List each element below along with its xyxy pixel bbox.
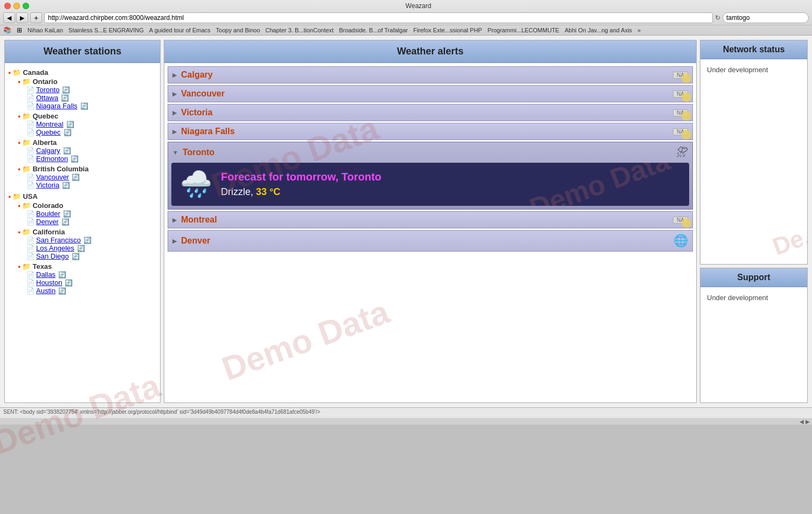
minimize-button[interactable] bbox=[13, 3, 20, 9]
alert-row-niagara[interactable]: ▶ Niagara Falls NA bbox=[168, 123, 693, 140]
niagara-refresh-icon[interactable]: 🔄 bbox=[80, 102, 88, 110]
bookmark-toopy[interactable]: Toopy and Binoo bbox=[216, 27, 260, 33]
dallas-node[interactable]: 📄 Dallas 🔄 bbox=[26, 270, 157, 279]
quebec-city-link[interactable]: Quebec bbox=[36, 128, 61, 136]
calgary-refresh-icon[interactable]: 🔄 bbox=[63, 147, 71, 155]
austin-refresh-icon[interactable]: 🔄 bbox=[58, 287, 66, 295]
toronto-node[interactable]: 📄 Toronto 🔄 bbox=[26, 86, 157, 94]
toronto-link[interactable]: Toronto bbox=[36, 86, 59, 94]
denver-link[interactable]: Denver bbox=[36, 218, 59, 226]
niagara-chevron: ▶ bbox=[172, 128, 177, 135]
bookmark-emacs[interactable]: A guided tour of Emacs bbox=[149, 27, 211, 33]
edmonton-refresh-icon[interactable]: 🔄 bbox=[71, 155, 79, 163]
sf-link[interactable]: San Francisco bbox=[36, 236, 81, 244]
austin-node[interactable]: 📄 Austin 🔄 bbox=[26, 287, 157, 295]
houston-node[interactable]: 📄 Houston 🔄 bbox=[26, 279, 157, 287]
victoria-refresh-icon[interactable]: 🔄 bbox=[62, 182, 70, 189]
victoria-link[interactable]: Victoria bbox=[36, 181, 59, 189]
quebec-toggle: ● bbox=[18, 114, 20, 119]
sandiego-refresh-icon[interactable]: 🔄 bbox=[72, 253, 80, 260]
usa-node[interactable]: ● 📁 USA bbox=[8, 192, 157, 200]
la-node[interactable]: 📄 Los Angeles 🔄 bbox=[26, 244, 157, 252]
bookmark-more[interactable]: » bbox=[637, 27, 641, 33]
dallas-link[interactable]: Dallas bbox=[36, 270, 55, 279]
tree-item-california: ● 📁 California 📄 San Francisco 🔄 � bbox=[18, 227, 157, 261]
victoria-node[interactable]: 📄 Victoria 🔄 bbox=[26, 181, 157, 189]
boulder-node[interactable]: 📄 Boulder 🔄 bbox=[26, 210, 157, 218]
houston-refresh-icon[interactable]: 🔄 bbox=[65, 279, 73, 287]
search-input[interactable] bbox=[723, 12, 809, 23]
niagara-node[interactable]: 📄 Niagara Falls 🔄 bbox=[26, 102, 157, 110]
ottawa-link[interactable]: Ottawa bbox=[36, 94, 58, 102]
texas-node[interactable]: ● 📁 Texas bbox=[18, 262, 157, 270]
sf-node[interactable]: 📄 San Francisco 🔄 bbox=[26, 236, 157, 244]
bookmark-firefox[interactable]: Firefox Exte...ssional PHP bbox=[413, 27, 482, 33]
maximize-button[interactable] bbox=[23, 3, 29, 9]
alert-row-calgary[interactable]: ▶ Calgary NA bbox=[168, 66, 693, 84]
bc-children: 📄 Vancouver 🔄 📄 Victoria 🔄 bbox=[18, 173, 157, 189]
alert-row-vancouver[interactable]: ▶ Vancouver NA bbox=[168, 85, 693, 102]
calgary-city-name: Calgary bbox=[181, 70, 213, 80]
dallas-refresh-icon[interactable]: 🔄 bbox=[58, 271, 66, 279]
canada-node[interactable]: ● 📁 Canada bbox=[8, 68, 157, 77]
bookmark-nihao[interactable]: Nihao KaiLan bbox=[27, 27, 63, 33]
calgary-node[interactable]: 📄 Calgary 🔄 bbox=[26, 147, 157, 155]
network-status-text: Under development bbox=[707, 66, 768, 74]
sandiego-link[interactable]: San Diego bbox=[36, 252, 69, 260]
boulder-link[interactable]: Boulder bbox=[36, 210, 60, 218]
vancouver-node[interactable]: 📄 Vancouver 🔄 bbox=[26, 173, 157, 181]
la-link[interactable]: Los Angeles bbox=[36, 244, 74, 252]
tree-item-quebec: ● 📁 Quebec 📄 Montreal 🔄 📄 bbox=[18, 111, 157, 137]
bc-node[interactable]: ● 📁 British Columbia bbox=[18, 165, 157, 173]
alberta-node[interactable]: ● 📁 Alberta bbox=[18, 138, 157, 147]
niagara-link[interactable]: Niagara Falls bbox=[36, 102, 78, 110]
vancouver-refresh-icon[interactable]: 🔄 bbox=[72, 173, 80, 181]
montreal-link[interactable]: Montreal bbox=[36, 120, 64, 128]
refresh-button[interactable]: ↻ bbox=[715, 14, 720, 22]
quebec-node[interactable]: ● 📁 Quebec bbox=[18, 112, 157, 120]
quebec-city-node[interactable]: 📄 Quebec 🔄 bbox=[26, 128, 157, 136]
bookmark-chapter3[interactable]: Chapter 3. B...tionContext bbox=[266, 27, 334, 33]
toronto-chevron: ▼ bbox=[172, 149, 178, 156]
edmonton-node[interactable]: 📄 Edmonton 🔄 bbox=[26, 155, 157, 163]
quebec-children: 📄 Montreal 🔄 📄 Quebec 🔄 bbox=[18, 120, 157, 136]
bookmark-programmi[interactable]: Programmi...LECOMMUTE bbox=[488, 27, 559, 33]
california-node[interactable]: ● 📁 California bbox=[18, 228, 157, 236]
back-button[interactable]: ◀ bbox=[3, 12, 15, 23]
la-refresh-icon[interactable]: 🔄 bbox=[77, 245, 85, 252]
url-bar[interactable] bbox=[44, 12, 713, 23]
austin-link[interactable]: Austin bbox=[36, 287, 55, 295]
quebec-label: Quebec bbox=[32, 112, 58, 120]
dallas-doc-icon: 📄 bbox=[26, 271, 34, 279]
toronto-alert-header[interactable]: ▼ Toronto ⛈ bbox=[168, 142, 692, 163]
montreal-node[interactable]: 📄 Montreal 🔄 bbox=[26, 120, 157, 128]
alert-row-victoria[interactable]: ▶ Victoria NA bbox=[168, 104, 693, 121]
boulder-refresh-icon[interactable]: 🔄 bbox=[63, 210, 71, 218]
houston-link[interactable]: Houston bbox=[36, 279, 62, 287]
calgary-link[interactable]: Calgary bbox=[36, 147, 60, 155]
sandiego-node[interactable]: 📄 San Diego 🔄 bbox=[26, 252, 157, 260]
scroll-arrows[interactable]: ◀ ▶ bbox=[800, 419, 810, 425]
montreal-refresh-icon[interactable]: 🔄 bbox=[66, 121, 74, 128]
texas-toggle: ● bbox=[18, 264, 20, 269]
forward-button[interactable]: ▶ bbox=[16, 12, 28, 23]
alert-row-denver[interactable]: ▶ Denver 🌐 bbox=[168, 230, 693, 252]
ottawa-refresh-icon[interactable]: 🔄 bbox=[61, 94, 69, 102]
edmonton-link[interactable]: Edmonton bbox=[36, 155, 68, 163]
ottawa-node[interactable]: 📄 Ottawa 🔄 bbox=[26, 94, 157, 102]
scrollbar-area[interactable]: ◀ ▶ bbox=[0, 418, 812, 425]
quebec-city-refresh-icon[interactable]: 🔄 bbox=[64, 129, 72, 136]
bookmark-stainless[interactable]: Stainless S...E ENGRAVING bbox=[68, 27, 144, 33]
ontario-node[interactable]: ● 📁 Ontario bbox=[18, 78, 157, 86]
alert-row-montreal[interactable]: ▶ Montreal NA bbox=[168, 211, 693, 228]
bookmark-broadside[interactable]: Broadside. B...of Trafalgar bbox=[339, 27, 408, 33]
new-tab-button[interactable]: + bbox=[30, 12, 42, 23]
sf-refresh-icon[interactable]: 🔄 bbox=[84, 237, 92, 244]
denver-refresh-icon[interactable]: 🔄 bbox=[61, 218, 70, 226]
bookmark-abhi[interactable]: Abhi On Jav...ng and Axis bbox=[565, 27, 632, 33]
toronto-refresh-icon[interactable]: 🔄 bbox=[62, 86, 70, 94]
close-button[interactable] bbox=[4, 3, 11, 9]
vancouver-link[interactable]: Vancouver bbox=[36, 173, 69, 181]
denver-node[interactable]: 📄 Denver 🔄 bbox=[26, 218, 157, 226]
colorado-node[interactable]: ● 📁 Colorado bbox=[18, 202, 157, 210]
